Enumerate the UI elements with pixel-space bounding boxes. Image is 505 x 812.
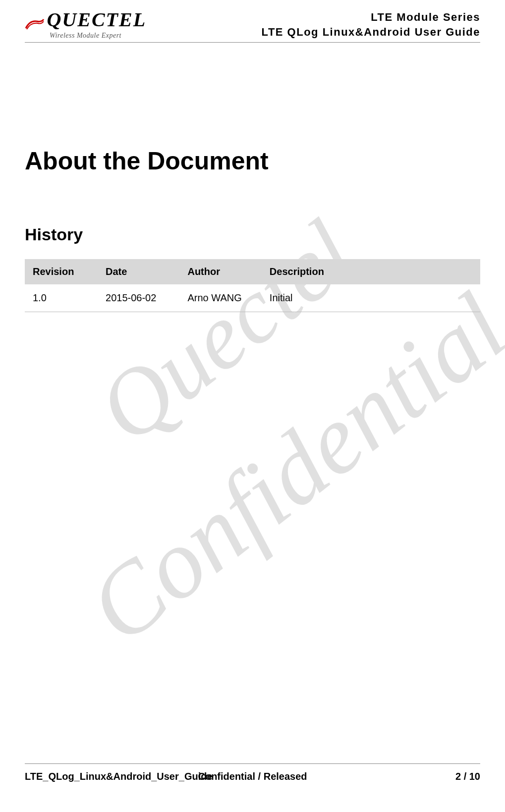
page-footer: LTE_QLog_Linux&Android_User_Guide Confid…	[25, 763, 480, 782]
th-date: Date	[98, 259, 179, 284]
cell-revision: 1.0	[25, 284, 98, 312]
header-series: LTE Module Series	[262, 10, 480, 25]
logo-main-text: QUECTEL	[47, 8, 146, 31]
watermarks: Quectel Confidential	[0, 0, 505, 812]
cell-description: Initial	[262, 284, 480, 312]
th-revision: Revision	[25, 259, 98, 284]
logo-sub-text: Wireless Module Expert	[50, 32, 146, 39]
content: About the Document History Revision Date…	[25, 147, 480, 312]
th-author: Author	[179, 259, 261, 284]
th-description: Description	[262, 259, 480, 284]
table-row: 1.0 2015-06-02 Arno WANG Initial	[25, 284, 480, 312]
header-guide: LTE QLog Linux&Android User Guide	[262, 25, 480, 40]
page-header: QUECTEL Wireless Module Expert LTE Modul…	[25, 10, 480, 43]
table-header-row: Revision Date Author Description	[25, 259, 480, 284]
footer-right: 2 / 10	[455, 771, 480, 782]
logo-swoosh-icon	[25, 18, 45, 30]
page-title: About the Document	[25, 147, 480, 175]
footer-left: LTE_QLog_Linux&Android_User_Guide	[25, 771, 213, 782]
cell-author: Arno WANG	[179, 284, 261, 312]
header-right: LTE Module Series LTE QLog Linux&Android…	[262, 10, 480, 39]
logo-row: QUECTEL	[25, 10, 146, 30]
history-table: Revision Date Author Description 1.0 201…	[25, 259, 480, 312]
watermark-confidential: Confidential	[67, 271, 505, 665]
footer-center: Confidential / Released	[198, 771, 307, 782]
logo-block: QUECTEL Wireless Module Expert	[25, 10, 146, 39]
section-title: History	[25, 225, 480, 244]
cell-date: 2015-06-02	[98, 284, 179, 312]
